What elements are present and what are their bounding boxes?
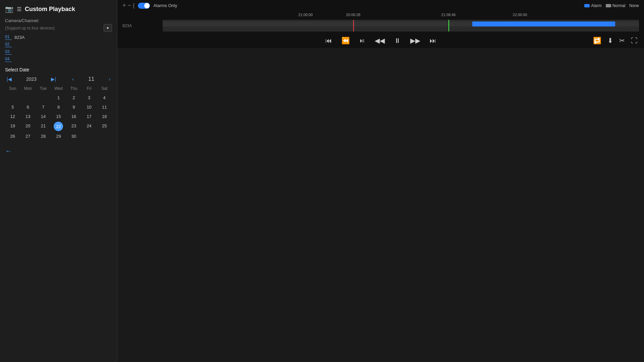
time-label-marker: 21:08:46 <box>441 13 456 17</box>
cal-day-2-6[interactable]: 18 <box>97 112 112 121</box>
cal-day-4-2[interactable]: 28 <box>36 132 51 140</box>
calendar-next-btn[interactable]: › <box>107 76 112 82</box>
switch-track <box>138 3 150 9</box>
calendar-first-btn[interactable]: |◀ <box>5 76 13 82</box>
expand-btn[interactable]: + <box>122 2 126 9</box>
calendar-last-btn[interactable]: ▶| <box>49 76 58 82</box>
timeline-bar[interactable] <box>163 20 639 32</box>
cal-day-3-5[interactable]: 24 <box>82 122 97 131</box>
calendar-weeks: 1234567891011121314151617181920212223242… <box>5 94 112 140</box>
legend-normal-color <box>606 4 611 7</box>
cal-day-3-2[interactable]: 21 <box>36 122 51 131</box>
legend-alarm-color <box>584 4 590 7</box>
calendar-month: 11 <box>88 76 94 82</box>
cal-day-1-0[interactable]: 5 <box>5 103 20 111</box>
minus-btn[interactable]: − <box>128 2 131 9</box>
dropdown-btn[interactable]: ▾ <box>104 24 112 32</box>
track-label: 823A <box>122 23 163 28</box>
calendar: |◀ 2023 ▶| ‹ 11 › Sun Mon Tue Wed Thu Fr… <box>5 76 112 140</box>
cal-header-fri: Fri <box>82 85 97 92</box>
legend-alarm: Alarm <box>584 3 601 8</box>
pause-button[interactable]: ⏸ <box>393 36 402 46</box>
cal-header-wed: Wed <box>51 85 66 92</box>
skip-start-button[interactable]: ⏮ <box>324 36 333 46</box>
cal-week-3: 19202122232425 <box>5 122 112 131</box>
cal-day-0-5[interactable]: 3 <box>82 94 97 102</box>
legend-none-label: None <box>629 3 639 8</box>
time-labels-row: 20:00:28 21:08:46 21:00:00 22:00:00 <box>163 13 639 19</box>
timeline-legend: Alarm Normal None <box>584 3 639 8</box>
cal-day-2-0[interactable]: 12 <box>5 112 20 121</box>
channel-02-num: 02 <box>5 42 12 47</box>
legend-none: None <box>629 3 639 8</box>
time-label-current: 20:00:28 <box>346 13 361 17</box>
loop-button[interactable]: 🔁 <box>592 35 603 46</box>
cal-header-sat: Sat <box>97 85 112 92</box>
calendar-header-row: Sun Mon Tue Wed Thu Fri Sat <box>5 85 112 92</box>
timeline-segment-blue <box>472 21 615 26</box>
alarms-toggle-row: + − { Alarms Only Alarm <box>117 0 644 11</box>
cal-day-1-6[interactable]: 11 <box>97 103 112 111</box>
cal-day-1-2[interactable]: 7 <box>36 103 51 111</box>
select-date-label: Select Date <box>5 67 112 72</box>
channel-01-row: 01 823A <box>5 35 112 40</box>
back-button[interactable]: ← <box>5 147 12 155</box>
channel-04-num: 04 <box>5 57 12 62</box>
calendar-prev-btn[interactable]: ‹ <box>70 76 75 82</box>
download-button[interactable]: ⬇ <box>606 35 614 46</box>
custom-playback-button[interactable]: ⏯ <box>358 36 367 46</box>
alarms-only-toggle[interactable] <box>138 3 150 9</box>
cal-day-4-3[interactable]: 29 <box>51 132 66 140</box>
fullscreen-button[interactable]: ⛶ <box>630 35 639 46</box>
sidebar: 📷 ☰ Custom Playback Camera/Channel: (Sup… <box>0 0 117 362</box>
frame-back-button[interactable]: ⏪ <box>340 35 351 46</box>
cal-day-3-4[interactable]: 23 <box>66 122 82 131</box>
legend-alarm-label: Alarm <box>591 3 601 8</box>
cal-day-3-1[interactable]: 20 <box>20 122 36 131</box>
cal-day-1-1[interactable]: 6 <box>20 103 36 111</box>
timeline-row-823a: 823A <box>122 20 639 32</box>
cal-day-2-4[interactable]: 16 <box>66 112 82 121</box>
cal-header-tue: Tue <box>36 85 51 92</box>
cal-day-2-2[interactable]: 14 <box>36 112 51 121</box>
cal-day-0-0 <box>5 94 20 102</box>
cal-week-0: 1234 <box>5 94 112 102</box>
legend-normal: Normal <box>606 3 626 8</box>
cal-day-0-3[interactable]: 1 <box>51 94 66 102</box>
legend-normal-label: Normal <box>612 3 626 8</box>
list-icon: ☰ <box>17 6 21 12</box>
cal-day-2-1[interactable]: 13 <box>20 112 36 121</box>
timeline-container: 20:00:28 21:08:46 21:00:00 22:00:00 823A <box>117 11 644 33</box>
cal-week-4: 2627282930 <box>5 132 112 140</box>
channel-01-name: 823A <box>14 35 24 40</box>
camera-channel-label: Camera/Channel: <box>5 18 112 23</box>
channel-02-row: 02 <box>5 42 112 47</box>
timeline-prev-btn[interactable]: { <box>133 3 135 9</box>
playback-nav-left: + − { <box>122 2 135 9</box>
fast-forward-button[interactable]: ▶▶ <box>409 35 422 46</box>
cal-week-2: 12131415161718 <box>5 112 112 121</box>
scissors-button[interactable]: ✂ <box>618 35 626 46</box>
cal-day-4-4[interactable]: 30 <box>66 132 82 140</box>
channel-03-num: 03 <box>5 49 12 55</box>
cal-day-0-4[interactable]: 2 <box>66 94 82 102</box>
channel-01-num: 01 <box>5 35 12 40</box>
cal-day-2-3[interactable]: 15 <box>51 112 66 121</box>
rewind-button[interactable]: ◀◀ <box>373 35 386 46</box>
cal-day-2-5[interactable]: 17 <box>82 112 97 121</box>
cal-day-1-4[interactable]: 9 <box>66 103 82 111</box>
calendar-year: 2023 <box>26 76 37 82</box>
cal-day-3-0[interactable]: 19 <box>5 122 20 131</box>
cal-day-1-5[interactable]: 10 <box>82 103 97 111</box>
cal-day-4-1[interactable]: 27 <box>20 132 36 140</box>
cal-day-1-3[interactable]: 8 <box>51 103 66 111</box>
alarms-only-label: Alarms Only <box>153 3 177 8</box>
cal-day-3-3[interactable]: 22 <box>54 122 63 131</box>
playback-controls-row: ⏮ ⏪ ⏯ ◀◀ ⏸ ▶▶ ⏭ 🔁 ⬇ ✂ ⛶ <box>117 33 644 48</box>
cal-day-3-6[interactable]: 25 <box>97 122 112 131</box>
cal-day-4-5 <box>82 132 97 140</box>
channel-03-row: 03 <box>5 49 112 55</box>
cal-day-4-0[interactable]: 26 <box>5 132 20 140</box>
skip-end-button[interactable]: ⏭ <box>428 36 438 46</box>
cal-day-0-6[interactable]: 4 <box>97 94 112 102</box>
